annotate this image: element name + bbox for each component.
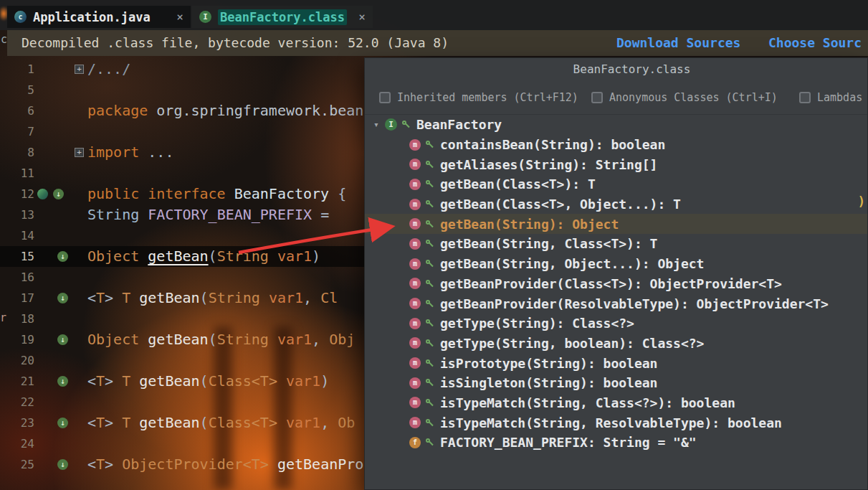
implemented-marker-icon[interactable]: ↓ — [57, 418, 68, 428]
key-icon — [425, 199, 434, 209]
code-text: Object getBean(String var1) — [87, 246, 320, 267]
structure-row[interactable]: mgetBean(Class<T>): T — [365, 174, 867, 194]
line-number[interactable]: 22 — [0, 392, 34, 413]
code-text: <T> T getBean(String var1, Cl — [87, 288, 338, 308]
class-name: BeanFactory — [416, 117, 502, 132]
code-text: import ... — [87, 142, 173, 163]
structure-row[interactable]: mgetBeanProvider(ResolvableType): Object… — [365, 293, 867, 314]
tab-application-java[interactable]: c Application.java × — [7, 6, 191, 28]
line-number[interactable]: 13 — [0, 204, 34, 225]
structure-row[interactable]: mgetType(String, boolean): Class<?> — [365, 334, 867, 354]
key-icon — [425, 160, 434, 169]
interface-icon: I — [199, 11, 211, 23]
member-signature: FACTORY_BEAN_PREFIX: String = "&" — [440, 435, 697, 450]
line-number[interactable]: 19 — [0, 329, 34, 350]
implemented-marker-icon[interactable]: ↓ — [57, 334, 68, 345]
checkbox-icon[interactable] — [591, 92, 603, 103]
structure-row[interactable]: misSingleton(String): boolean — [365, 373, 867, 393]
member-signature: isSingleton(String): boolean — [440, 375, 657, 390]
member-signature: getBeanProvider(ResolvableType): ObjectP… — [440, 296, 829, 311]
download-sources-link[interactable]: Download Sources — [616, 30, 740, 56]
method-icon: m — [409, 199, 421, 210]
implemented-marker-icon[interactable]: ↓ — [57, 376, 68, 387]
structure-row[interactable]: mcontainsBean(String): boolean — [365, 135, 867, 155]
structure-row[interactable]: mgetAliases(String): String[] — [365, 154, 867, 174]
implemented-marker-icon[interactable]: ↓ — [53, 189, 64, 199]
line-number[interactable]: 25 — [0, 454, 34, 475]
method-icon: m — [409, 278, 421, 289]
class-gutter-icon[interactable] — [37, 189, 48, 199]
close-icon[interactable]: × — [176, 10, 183, 24]
line-number[interactable]: 18 — [0, 308, 34, 329]
fold-marker-icon[interactable]: + — [75, 65, 84, 74]
anonymous-classes-filter[interactable]: Anonymous Classes (Ctrl+I) — [591, 81, 778, 114]
close-icon[interactable]: × — [358, 10, 366, 24]
implemented-marker-icon[interactable]: ↓ — [57, 459, 68, 470]
structure-row[interactable]: mgetBean(Class<T>, Object...): T — [365, 194, 867, 215]
structure-row[interactable]: misTypeMatch(String, Class<?>): boolean — [365, 393, 867, 413]
line-number[interactable]: 1 — [0, 59, 34, 80]
choose-sources-link[interactable]: Choose Sourc — [768, 30, 862, 56]
structure-row[interactable]: mgetBeanProvider(Class<T>): ObjectProvid… — [365, 274, 867, 294]
checkbox-icon[interactable] — [799, 92, 811, 103]
method-icon: m — [409, 318, 421, 329]
structure-row[interactable]: mgetBean(String): Object — [365, 214, 867, 234]
key-icon — [425, 299, 434, 308]
line-number[interactable]: 16 — [0, 267, 34, 288]
method-icon: m — [409, 298, 421, 309]
tab-label: Application.java — [33, 10, 151, 24]
code-text: <T> T getBean(Class<T> var1, Ob — [87, 413, 355, 433]
line-number[interactable]: 5 — [0, 80, 34, 100]
member-signature: getType(String, boolean): Class<?> — [440, 336, 704, 351]
line-number[interactable]: 20 — [0, 350, 34, 371]
structure-row[interactable]: mgetBean(String, Class<T>): T — [365, 234, 867, 254]
key-icon — [425, 140, 434, 149]
member-signature: getBean(Class<T>): T — [440, 176, 596, 192]
structure-row[interactable]: misPrototype(String): boolean — [365, 353, 867, 373]
line-number[interactable]: 6 — [0, 100, 34, 121]
line-number[interactable]: 24 — [0, 433, 34, 454]
line-number[interactable]: 8 — [0, 142, 34, 163]
structure-row[interactable]: fFACTORY_BEAN_PREFIX: String = "&" — [365, 433, 867, 453]
structure-row[interactable]: misTypeMatch(String, ResolvableType): bo… — [365, 413, 867, 433]
line-number[interactable]: 7 — [0, 121, 34, 142]
structure-root-row[interactable]: ▾ I BeanFactory — [365, 115, 867, 135]
structure-row[interactable]: mgetBean(String, Object...): Object — [365, 254, 867, 274]
key-icon — [425, 319, 434, 328]
interface-icon: I — [385, 118, 397, 131]
chevron-down-icon[interactable]: ▾ — [372, 119, 381, 130]
key-icon — [425, 279, 434, 288]
key-icon — [401, 120, 411, 129]
fold-marker-icon[interactable]: + — [75, 148, 84, 157]
line-number[interactable]: 14 — [0, 225, 34, 246]
implemented-marker-icon[interactable]: ↓ — [57, 293, 68, 303]
line-number[interactable]: 12 — [0, 184, 34, 204]
line-number[interactable]: 23 — [0, 413, 34, 433]
member-signature: getBean(String, Object...): Object — [440, 256, 704, 271]
method-icon: m — [409, 417, 421, 428]
code-text: <T> ObjectProvider<T> getBeanPro — [87, 454, 363, 475]
line-number[interactable]: 21 — [0, 371, 34, 392]
structure-row[interactable]: mgetType(String): Class<?> — [365, 314, 867, 334]
checkbox-icon[interactable] — [379, 92, 391, 103]
tab-beanfactory-class[interactable]: I BeanFactory.class × — [192, 6, 373, 28]
implemented-marker-icon[interactable]: ↓ — [57, 251, 68, 262]
method-icon: m — [409, 179, 421, 190]
line-number[interactable]: 15 — [0, 246, 34, 267]
member-signature: getBean(String, Class<T>): T — [440, 236, 657, 251]
method-icon: m — [409, 218, 421, 230]
filter-label: Lambdas — [817, 91, 862, 104]
filter-label: Anonymous Classes (Ctrl+I) — [609, 91, 778, 104]
decompiler-banner: Decompiled .class file, bytecode version… — [7, 30, 868, 56]
file-structure-popup: BeanFactory.class Inherited members (Ctr… — [364, 57, 868, 490]
member-signature: containsBean(String): boolean — [440, 137, 665, 152]
line-number[interactable]: 17 — [0, 288, 34, 308]
lambdas-filter[interactable]: Lambdas — [799, 81, 862, 114]
inherited-members-filter[interactable]: Inherited members (Ctrl+F12) — [379, 81, 578, 114]
key-icon — [425, 359, 434, 368]
line-number[interactable]: 11 — [0, 163, 34, 184]
code-text: <T> T getBean(Class<T> var1) — [87, 371, 329, 392]
code-text: public interface BeanFactory { — [87, 184, 346, 204]
method-icon: m — [409, 377, 421, 389]
member-signature: getBeanProvider(Class<T>): ObjectProvide… — [440, 276, 782, 291]
